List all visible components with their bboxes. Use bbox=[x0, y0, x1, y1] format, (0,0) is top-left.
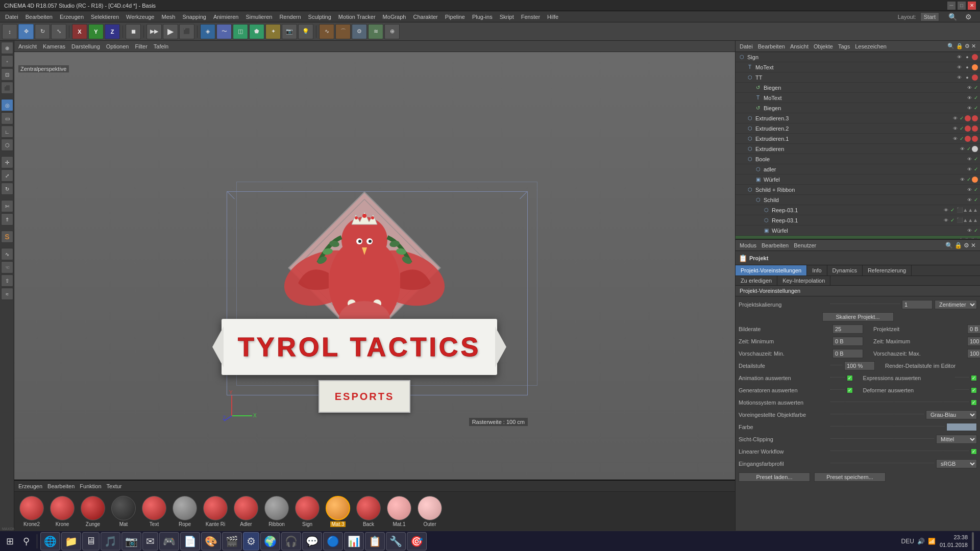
props-tab-referenzierung[interactable]: Referenzierung bbox=[863, 265, 912, 276]
left-tool-scale[interactable]: ⤢ bbox=[1, 169, 13, 182]
mat-item-mat3[interactable]: Mat.3 bbox=[325, 496, 351, 527]
taskbar-app-explorer[interactable]: 📁 bbox=[61, 532, 81, 550]
systray-vol[interactable]: 🔊 bbox=[917, 538, 925, 545]
taskbar-search-btn[interactable]: ⚲ bbox=[19, 532, 34, 550]
obj-row-motext-2[interactable]: T MoText 👁 ✓ bbox=[736, 93, 980, 103]
obj-row-adler[interactable]: ⬡ adler 👁 ✓ bbox=[736, 164, 980, 174]
obj-row-extru1[interactable]: ⬡ Extrudieren.1 👁 ✓ bbox=[736, 134, 980, 144]
tool-z[interactable]: Z bbox=[105, 24, 120, 39]
om-tab-tags[interactable]: Tags bbox=[838, 43, 850, 49]
left-tool-extrude[interactable]: ⇑ bbox=[1, 213, 13, 226]
prop-input-bilderate[interactable] bbox=[832, 324, 863, 334]
props-subtab-zu-erledigen[interactable]: Zu erledigen bbox=[736, 276, 777, 285]
layout-settings-icon[interactable]: ⚙ bbox=[962, 12, 975, 22]
obj-row-wurfel[interactable]: ▣ Würfel 👁 ✓ bbox=[736, 174, 980, 185]
menu-datei[interactable]: Datei bbox=[2, 13, 21, 21]
taskbar-app-6[interactable]: ✉ bbox=[142, 532, 158, 550]
prop-dropdown-unit[interactable]: Zentimeter bbox=[935, 300, 977, 309]
btn-preset-laden[interactable]: Preset laden... bbox=[739, 472, 810, 482]
tool-move[interactable]: ↕ bbox=[2, 24, 17, 39]
obj-vis-extru2[interactable]: 👁 bbox=[951, 125, 959, 132]
tool-scale[interactable]: ⤡ bbox=[51, 24, 66, 39]
mat-item-rope[interactable]: Rope bbox=[172, 496, 198, 527]
tool-light[interactable]: 💡 bbox=[298, 24, 313, 39]
menu-mograph[interactable]: MoGraph bbox=[380, 13, 409, 21]
props-tab-bearbeiten[interactable]: Bearbeiten bbox=[762, 242, 789, 248]
menu-simulieren[interactable]: Simulieren bbox=[242, 13, 275, 21]
prop-input-zeitmin[interactable] bbox=[832, 337, 863, 346]
tool-render-active[interactable]: ▶ bbox=[163, 24, 178, 39]
tool-render-region[interactable]: ▶▶ bbox=[146, 24, 162, 39]
mat-item-adler[interactable]: Adler bbox=[233, 496, 259, 527]
scene-area[interactable]: Zentralperspektive bbox=[14, 52, 735, 540]
props-tab-benutzer[interactable]: Benutzer bbox=[794, 242, 816, 248]
menu-plugins[interactable]: Plug-ins bbox=[469, 13, 496, 21]
systray-net[interactable]: 📶 bbox=[928, 538, 936, 545]
tool-polygon[interactable]: ◈ bbox=[200, 24, 215, 39]
prop-input-projektskalierung[interactable] bbox=[902, 300, 933, 309]
props-tab-dynamics[interactable]: Dynamics bbox=[827, 265, 863, 276]
mat-tab-erzeugen[interactable]: Erzeugen bbox=[18, 483, 42, 489]
left-tool-edges[interactable]: ⊡ bbox=[1, 68, 13, 81]
om-tab-objekte[interactable]: Objekte bbox=[814, 43, 833, 49]
obj-vis-biegen-2[interactable]: 👁 bbox=[966, 105, 973, 112]
prop-cb-linworkflow[interactable]: ✓ bbox=[971, 448, 977, 455]
minimize-btn[interactable]: ─ bbox=[947, 2, 955, 10]
props-settings-icon[interactable]: ⚙ bbox=[964, 242, 969, 249]
obj-row-ribbon[interactable]: ● Ribbon 👁 ✓ ⬛⬛⬛ bbox=[736, 236, 980, 239]
left-tool-live-select[interactable]: ◎ bbox=[1, 99, 13, 111]
left-tool-sculpt-grab[interactable]: ☜ bbox=[1, 261, 13, 273]
tool-render-all[interactable]: ⬛ bbox=[179, 24, 194, 39]
vp-tab-darstellung[interactable]: Darstellung bbox=[71, 43, 100, 49]
menu-hilfe[interactable]: Hilfe bbox=[544, 13, 561, 21]
obj-vis-extru[interactable]: 👁 bbox=[959, 145, 966, 153]
obj-row-boole[interactable]: ⬡ Boole 👁 ✓ bbox=[736, 154, 980, 164]
obj-row-schildribbon[interactable]: ⬡ Schild + Ribbon 👁 ✓ bbox=[736, 185, 980, 195]
menu-sculpting[interactable]: Sculpting bbox=[305, 13, 334, 21]
obj-row-biegen-1[interactable]: ↺ Biegen 👁 ✓ bbox=[736, 83, 980, 93]
tool-rotate[interactable]: ↻ bbox=[35, 24, 50, 39]
mat-item-krone2[interactable]: Krone2 bbox=[18, 496, 45, 527]
props-close-icon[interactable]: ✕ bbox=[971, 242, 976, 249]
mat-item-zunge[interactable]: Zunge bbox=[80, 496, 106, 527]
menu-snapping[interactable]: Snapping bbox=[179, 13, 209, 21]
prop-dropdown-eingang[interactable]: sRGB bbox=[936, 459, 977, 468]
vp-tab-optionen[interactable]: Optionen bbox=[106, 43, 129, 49]
obj-row-schild[interactable]: ⬡ Schild 👁 ✓ bbox=[736, 195, 980, 205]
obj-vis-biegen-1[interactable]: 👁 bbox=[966, 84, 973, 91]
left-tool-rect-select[interactable]: ▭ bbox=[1, 112, 13, 124]
om-close-icon[interactable]: ✕ bbox=[971, 43, 976, 49]
props-tab-modus[interactable]: Modus bbox=[740, 242, 756, 248]
prop-dropdown-sicht[interactable]: Mittel bbox=[936, 435, 977, 444]
mat-item-mat[interactable]: Mat bbox=[110, 496, 137, 527]
maximize-btn[interactable]: □ bbox=[958, 2, 966, 10]
taskbar-app-excel[interactable]: 📊 bbox=[344, 532, 364, 550]
close-btn[interactable]: ✕ bbox=[968, 2, 976, 10]
tool-hair[interactable]: ≋ bbox=[368, 24, 383, 39]
mat-item-outer[interactable]: Outer bbox=[416, 496, 443, 527]
om-tab-bearbeiten[interactable]: Bearbeiten bbox=[758, 43, 785, 49]
mat-item-mat1[interactable]: Mat.1 bbox=[386, 496, 412, 527]
tool-deformer[interactable]: ◫ bbox=[233, 24, 248, 39]
obj-vis-boole[interactable]: 👁 bbox=[966, 156, 973, 163]
tool-sculpt2[interactable]: ⌒ bbox=[335, 24, 351, 39]
props-lock-icon[interactable]: 🔒 bbox=[954, 242, 962, 249]
menu-skript[interactable]: Skript bbox=[497, 13, 517, 21]
obj-vis-motext-2[interactable]: 👁 bbox=[966, 94, 973, 102]
mat-item-back[interactable]: Back bbox=[355, 496, 382, 527]
props-subtab-key-interpolation[interactable]: Key-Interpolation bbox=[777, 276, 830, 285]
tool-camera[interactable]: 📷 bbox=[282, 24, 297, 39]
taskbar-app-word[interactable]: 📄 bbox=[180, 532, 200, 550]
taskbar-app-ff[interactable]: 🌍 bbox=[260, 532, 280, 550]
tool-nurbs[interactable]: ⬟ bbox=[249, 24, 264, 39]
obj-row-tt[interactable]: ⬡ TT 👁 ● bbox=[736, 72, 980, 83]
obj-row-extru3[interactable]: ⬡ Extrudieren.3 👁 ✓ bbox=[736, 113, 980, 123]
taskbar-app-ps[interactable]: 🎨 bbox=[201, 532, 221, 550]
obj-row-motext-1[interactable]: T MoText 👁 ● bbox=[736, 62, 980, 72]
vp-tab-filter[interactable]: Filter bbox=[135, 43, 147, 49]
taskbar-app-more2[interactable]: 🔧 bbox=[386, 532, 406, 550]
vp-tab-ansicht[interactable]: Ansicht bbox=[18, 43, 37, 49]
layout-search-icon[interactable]: 🔍 bbox=[945, 12, 960, 22]
tool-spline[interactable]: 〜 bbox=[216, 24, 232, 39]
left-tool-move[interactable]: ✢ bbox=[1, 156, 13, 168]
